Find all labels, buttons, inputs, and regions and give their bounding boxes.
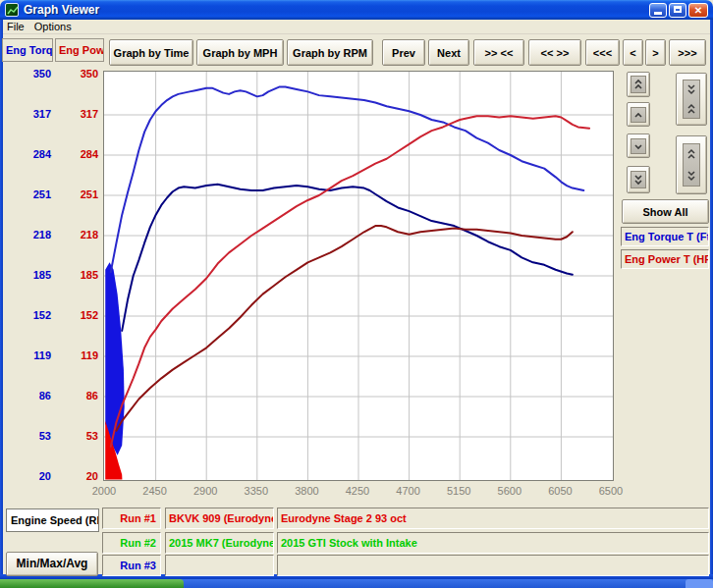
power-tick-20: 20 xyxy=(53,470,98,482)
torque-tick-350: 350 xyxy=(6,68,51,80)
torque-tick-185: 185 xyxy=(6,269,51,281)
minimize-button[interactable] xyxy=(649,3,667,18)
taskbar xyxy=(0,579,713,588)
rpm-tick-5600: 5600 xyxy=(488,485,531,497)
rpm-tick-2450: 2450 xyxy=(134,485,177,497)
double-chevron-down-icon xyxy=(631,171,646,188)
menu-file[interactable]: File xyxy=(7,21,25,32)
close-button[interactable]: ✕ xyxy=(688,3,708,18)
scroll-down-fast-button[interactable] xyxy=(627,166,650,193)
toolbar-button-graph-by-time[interactable]: Graph by Time xyxy=(109,39,193,66)
power-tick-86: 86 xyxy=(53,390,98,401)
toolbar-button-[interactable]: > xyxy=(645,39,666,66)
rpm-tick-6050: 6050 xyxy=(538,485,581,497)
chart-plot-area[interactable] xyxy=(103,71,614,481)
run-1-description-field[interactable]: Eurodyne Stage 2 93 oct xyxy=(277,508,709,529)
rpm-tick-4700: 4700 xyxy=(387,485,430,497)
torque-tick-284: 284 xyxy=(6,148,51,160)
torque-tick-218: 218 xyxy=(6,229,51,241)
taskbar-item[interactable] xyxy=(686,579,713,588)
run-label-2: Run #2 xyxy=(102,532,161,554)
torque-tick-152: 152 xyxy=(6,309,51,321)
chevrons-inward-icon xyxy=(683,80,700,119)
scroll-up-button[interactable] xyxy=(627,102,650,127)
power-tick-317: 317 xyxy=(53,108,98,120)
torque-tick-53: 53 xyxy=(6,430,51,442)
toolbar-button-graph-by-rpm[interactable]: Graph by RPM xyxy=(287,39,373,66)
chevron-up-icon xyxy=(631,107,646,123)
legend-torque: Eng Torque T (Ft-l xyxy=(621,227,709,246)
zoom-out-vertical-button[interactable] xyxy=(676,135,707,194)
rpm-tick-2000: 2000 xyxy=(82,485,126,497)
title-bar[interactable]: Graph Viewer ✕ xyxy=(0,0,713,20)
y-axis-box-torque: Eng Torque xyxy=(2,38,53,62)
scroll-up-fast-button[interactable] xyxy=(627,72,650,97)
chevrons-outward-icon xyxy=(683,143,700,187)
screen: Graph Viewer ✕ File Options Eng Torque E… xyxy=(0,0,713,588)
power-tick-185: 185 xyxy=(53,269,98,281)
power-tick-251: 251 xyxy=(53,188,98,200)
power-tick-350: 350 xyxy=(53,68,98,80)
show-all-button[interactable]: Show All xyxy=(622,199,709,224)
graph-viewer-window: Graph Viewer ✕ File Options Eng Torque E… xyxy=(0,0,713,579)
rpm-tick-2900: 2900 xyxy=(184,485,227,497)
run-3-file-field[interactable] xyxy=(165,555,274,576)
toolbar-button-next[interactable]: Next xyxy=(428,39,469,66)
scroll-down-button[interactable] xyxy=(627,134,650,158)
rpm-tick-5150: 5150 xyxy=(437,485,480,497)
minimize-icon xyxy=(654,12,662,15)
toolbar-button-graph-by-mph[interactable]: Graph by MPH xyxy=(196,39,284,66)
curve-run-2-eng-torque xyxy=(122,185,573,331)
min-max-avg-button[interactable]: Min/Max/Avg xyxy=(6,552,98,576)
double-chevron-up-icon xyxy=(631,76,646,93)
toolbar-button-[interactable]: >> << xyxy=(473,39,524,66)
rpm-tick-3800: 3800 xyxy=(285,485,328,497)
torque-tick-317: 317 xyxy=(6,108,51,120)
window-border-left xyxy=(0,20,3,579)
app-icon xyxy=(5,3,19,17)
power-tick-119: 119 xyxy=(53,349,98,361)
torque-tick-20: 20 xyxy=(6,470,51,482)
rpm-tick-3350: 3350 xyxy=(235,485,278,497)
curve-run-2-eng-power xyxy=(116,226,572,431)
zoom-in-vertical-button[interactable] xyxy=(676,73,707,126)
maximize-button[interactable] xyxy=(669,3,686,18)
close-icon: ✕ xyxy=(694,5,702,16)
run-label-3: Run #3 xyxy=(102,555,161,576)
toolbar-button-[interactable]: <<< xyxy=(585,39,620,66)
x-axis-title-box: Engine Speed (RPM) xyxy=(6,508,99,532)
toolbar-button-[interactable]: << >> xyxy=(528,39,581,66)
y-axis-box-power: Eng Power xyxy=(55,38,104,62)
torque-tick-86: 86 xyxy=(6,390,51,401)
toolbar-button-[interactable]: >>> xyxy=(669,39,706,66)
run-label-1: Run #1 xyxy=(102,508,161,529)
toolbar-button-[interactable]: < xyxy=(623,39,643,66)
power-tick-218: 218 xyxy=(53,229,98,241)
maximize-icon xyxy=(674,6,682,13)
torque-tick-119: 119 xyxy=(6,349,51,361)
run-1-file-field[interactable]: BKVK 909 (Eurodyne, I xyxy=(165,508,274,529)
window-title: Graph Viewer xyxy=(24,3,99,17)
rpm-tick-6500: 6500 xyxy=(589,485,632,497)
power-tick-53: 53 xyxy=(53,430,98,442)
run-2-description-field[interactable]: 2015 GTI Stock with Intake xyxy=(277,532,709,554)
power-tick-152: 152 xyxy=(53,309,98,321)
chevron-down-icon xyxy=(631,138,646,154)
legend-power: Eng Power T (HP) xyxy=(621,249,709,269)
power-tick-284: 284 xyxy=(53,148,98,160)
toolbar-button-prev[interactable]: Prev xyxy=(382,39,425,66)
torque-tick-251: 251 xyxy=(6,188,51,200)
menu-bar: File Options xyxy=(3,20,710,34)
rpm-tick-4250: 4250 xyxy=(336,485,379,497)
run-3-description-field[interactable] xyxy=(277,555,709,576)
run-2-file-field[interactable]: 2015 MK7 (Eurodyne, E xyxy=(165,532,274,554)
menu-options[interactable]: Options xyxy=(34,21,72,32)
start-button[interactable] xyxy=(0,579,184,588)
